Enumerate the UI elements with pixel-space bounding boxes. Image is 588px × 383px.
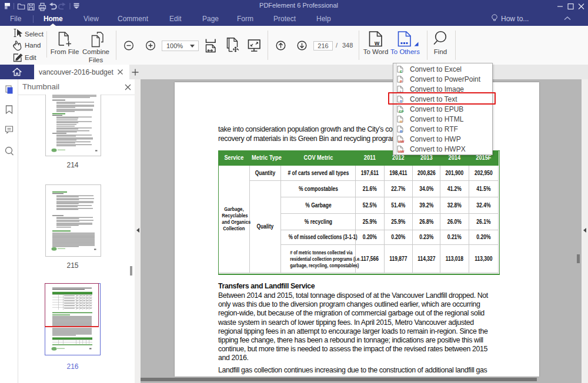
svg-text:E: E — [400, 70, 402, 73]
svg-text:R: R — [400, 130, 403, 133]
svg-text:EP: EP — [399, 110, 404, 113]
svg-text:HW: HW — [399, 150, 405, 153]
svg-text:HW: HW — [399, 140, 405, 143]
svg-text:w: w — [374, 39, 380, 46]
svg-text:P: P — [400, 80, 402, 83]
svg-text:H: H — [400, 120, 402, 123]
